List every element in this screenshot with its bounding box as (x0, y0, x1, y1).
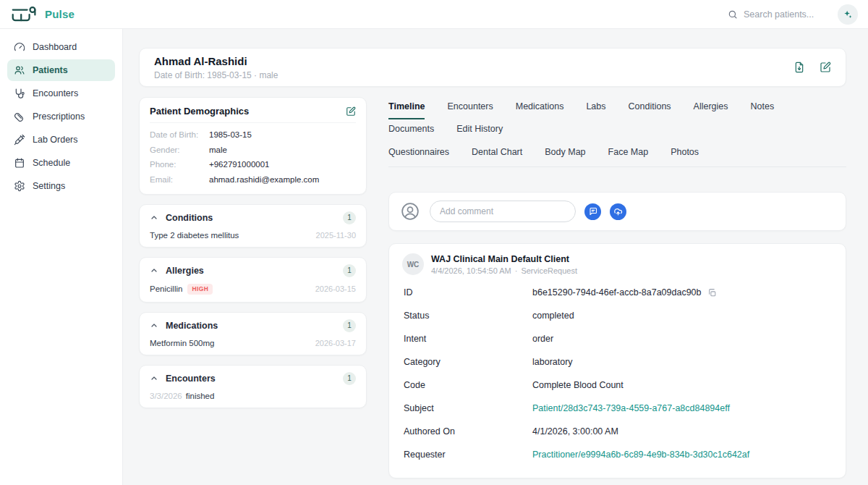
field-value: Complete Blood Count (532, 380, 624, 390)
medications-panel-header[interactable]: Medications 1 (150, 319, 356, 332)
panel-title: Allergies (166, 266, 204, 276)
medication-date: 2026-03-17 (315, 339, 356, 347)
field-value: b6e15290-794d-46ef-accb-8a7a09dac90b (532, 287, 702, 298)
patient-search[interactable] (728, 9, 829, 20)
tab-notes[interactable]: Notes (751, 97, 775, 119)
sidebar-item-lab-orders[interactable]: Lab Orders (7, 129, 115, 151)
field-label: Category (404, 357, 532, 367)
field-value: +962791000001 (209, 159, 269, 170)
submit-comment-button[interactable] (584, 203, 601, 220)
encounters-panel: Encounters 1 3/3/2026 finished (139, 365, 367, 408)
condition-item[interactable]: Type 2 diabetes mellitus 2025-11-30 (150, 231, 356, 240)
tab-edit-history[interactable]: Edit History (456, 119, 503, 142)
entry-meta: 4/4/2026, 10:54:50 AM·ServiceRequest (431, 266, 577, 275)
field-label: Gender: (150, 145, 209, 156)
field-value: ahmad.rashidi@example.com (209, 174, 319, 185)
app-logo[interactable]: Pulse (12, 5, 75, 24)
sidebar-item-label: Settings (33, 181, 65, 191)
field-label: Code (404, 380, 532, 390)
tab-face-map[interactable]: Face Map (608, 142, 649, 166)
sidebar-item-label: Patients (33, 65, 68, 75)
tab-encounters[interactable]: Encounters (447, 97, 493, 119)
upload-attachment-button[interactable] (610, 203, 626, 220)
count-badge: 1 (343, 319, 356, 332)
cloud-upload-icon (613, 207, 623, 216)
comment-input[interactable] (430, 201, 576, 222)
field-value: laboratory (532, 357, 573, 367)
field-value: order (532, 334, 553, 344)
export-file-button[interactable] (793, 62, 805, 73)
requester-reference-link[interactable]: Practitioner/e9994a6b-6c89-4e9b-834b-3d3… (532, 450, 749, 460)
main-content: Ahmad Al-Rashidi Date of Birth: 1985-03-… (123, 29, 868, 485)
user-avatar (399, 201, 421, 222)
entry-resource-type: ServiceRequest (521, 266, 577, 275)
sidebar-item-settings[interactable]: Settings (7, 175, 115, 197)
medication-name: Metformin 500mg (150, 339, 214, 347)
field-label: Email: (150, 174, 209, 185)
patients-users-icon (14, 64, 25, 76)
sidebar-item-schedule[interactable]: Schedule (7, 152, 115, 174)
gear-icon (14, 180, 25, 192)
sidebar-item-patients[interactable]: Patients (7, 59, 115, 81)
tab-labs[interactable]: Labs (586, 97, 605, 119)
search-input[interactable] (744, 9, 829, 20)
file-export-icon (793, 62, 805, 73)
tab-documents[interactable]: Documents (388, 119, 434, 142)
sidebar-item-encounters[interactable]: Encounters (7, 83, 115, 104)
patient-name: Ahmad Al-Rashidi (154, 55, 278, 67)
field-row-category: Category laboratory (402, 350, 833, 374)
tab-photos[interactable]: Photos (671, 142, 699, 166)
edit-pencil-icon (820, 62, 831, 73)
tab-timeline[interactable]: Timeline (388, 97, 425, 119)
allergy-item[interactable]: Penicillin HIGH 2026-03-15 (150, 284, 356, 295)
sidebar-item-label: Prescriptions (33, 111, 85, 122)
tab-medications[interactable]: Medications (516, 97, 564, 119)
panel-title: Encounters (166, 374, 216, 384)
tab-body-map[interactable]: Body Map (545, 142, 585, 166)
tab-questionnaires[interactable]: Questionnaires (388, 142, 449, 166)
search-icon (728, 9, 738, 20)
field-label: ID (404, 287, 532, 298)
tab-allergies[interactable]: Allergies (694, 97, 728, 119)
count-badge: 1 (343, 264, 356, 277)
field-row-intent: Intent order (402, 327, 833, 350)
edit-pencil-icon (346, 106, 356, 117)
topbar: Pulse (0, 0, 868, 29)
sidebar-item-dashboard[interactable]: Dashboard (7, 36, 115, 58)
stethoscope-icon (14, 88, 25, 99)
detail-tabs: Timeline Encounters Medications Labs Con… (388, 97, 846, 167)
conditions-panel: Conditions 1 Type 2 diabetes mellitus 20… (139, 204, 367, 248)
encounter-date: 3/3/2026 (150, 392, 182, 400)
person-circle-icon (400, 201, 420, 222)
medication-item[interactable]: Metformin 500mg 2026-03-17 (150, 339, 356, 347)
ai-assistant-button[interactable] (838, 4, 858, 25)
tab-dental-chart[interactable]: Dental Chart (472, 142, 522, 166)
edit-demographics-button[interactable] (346, 106, 356, 117)
field-label: Intent (404, 334, 532, 344)
comment-bubble-icon (589, 207, 597, 216)
edit-patient-button[interactable] (820, 62, 831, 73)
count-badge: 1 (343, 372, 356, 385)
avatar: WC (402, 253, 424, 275)
field-row-id: ID b6e15290-794d-46ef-accb-8a7a09dac90b (402, 281, 833, 304)
subject-reference-link[interactable]: Patient/28d3c743-739a-4559-a767-a8cd8489… (532, 403, 730, 413)
chevron-up-icon (150, 266, 158, 275)
field-value: male (209, 145, 227, 156)
entry-author: WAJ Clinical Main Default Client (431, 254, 577, 264)
demographics-row: Gender: male (150, 145, 356, 156)
chevron-up-icon (150, 374, 158, 383)
allergies-panel-header[interactable]: Allergies 1 (150, 264, 356, 277)
tab-conditions[interactable]: Conditions (629, 97, 671, 119)
demographics-title: Patient Demographics (150, 106, 249, 117)
entry-timestamp: 4/4/2026, 10:54:50 AM (431, 266, 511, 275)
encounters-panel-header[interactable]: Encounters 1 (150, 372, 356, 385)
sidebar-item-prescriptions[interactable]: Prescriptions (7, 106, 115, 127)
conditions-panel-header[interactable]: Conditions 1 (150, 211, 356, 224)
field-label: Requester (404, 450, 532, 460)
condition-name: Type 2 diabetes mellitus (150, 231, 239, 240)
patient-summary-column: Patient Demographics Date of Birth: 1985… (139, 97, 367, 485)
encounter-item[interactable]: 3/3/2026 finished (150, 392, 356, 400)
copy-id-button[interactable] (707, 288, 717, 298)
field-label: Subject (404, 403, 532, 413)
demographics-card: Patient Demographics Date of Birth: 1985… (139, 97, 367, 195)
